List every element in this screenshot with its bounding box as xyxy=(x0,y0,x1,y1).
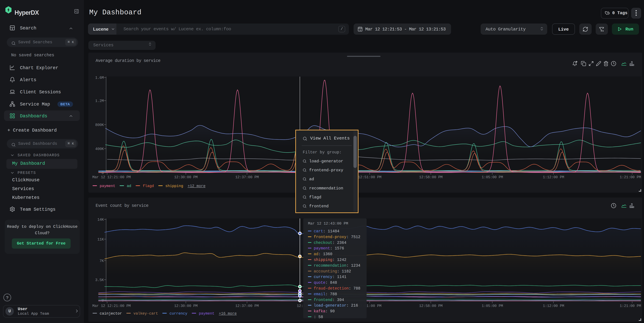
svg-text:1:21:00 PM: 1:21:00 PM xyxy=(620,304,641,308)
svg-text:400K: 400K xyxy=(95,147,104,151)
svg-text:1.6M: 1.6M xyxy=(95,76,104,80)
svg-text:12:58:00 PM: 12:58:00 PM xyxy=(419,304,442,308)
svg-text:12:37:00 PM: 12:37:00 PM xyxy=(235,175,259,179)
svg-text:0: 0 xyxy=(102,171,104,175)
svg-text:12:30:00 PM: 12:30:00 PM xyxy=(174,175,198,179)
svg-text:1:05:00 PM: 1:05:00 PM xyxy=(482,175,503,179)
svg-text:800K: 800K xyxy=(95,123,104,127)
svg-text:14K: 14K xyxy=(97,218,104,222)
svg-text:1.2M: 1.2M xyxy=(95,99,104,103)
svg-text:12:37:00 PM: 12:37:00 PM xyxy=(235,304,259,308)
svg-text:12:51:00 PM: 12:51:00 PM xyxy=(358,175,382,179)
svg-text:1:12:00 PM: 1:12:00 PM xyxy=(543,304,564,308)
svg-text:Mar 12 12:21:00 PM: Mar 12 12:21:00 PM xyxy=(92,175,131,179)
svg-text:12:30:00 PM: 12:30:00 PM xyxy=(174,304,198,308)
svg-text:3.5K: 3.5K xyxy=(95,278,104,282)
svg-text:1:05:00 PM: 1:05:00 PM xyxy=(482,304,503,308)
svg-text:Mar 12 12:21:00 PM: Mar 12 12:21:00 PM xyxy=(92,304,131,308)
svg-text:12:58:00 PM: 12:58:00 PM xyxy=(419,175,442,179)
svg-text:1:12:00 PM: 1:12:00 PM xyxy=(543,175,564,179)
svg-text:11K: 11K xyxy=(97,237,104,242)
svg-text:1:21:00 PM: 1:21:00 PM xyxy=(620,175,641,179)
svg-text:7K: 7K xyxy=(100,259,104,263)
